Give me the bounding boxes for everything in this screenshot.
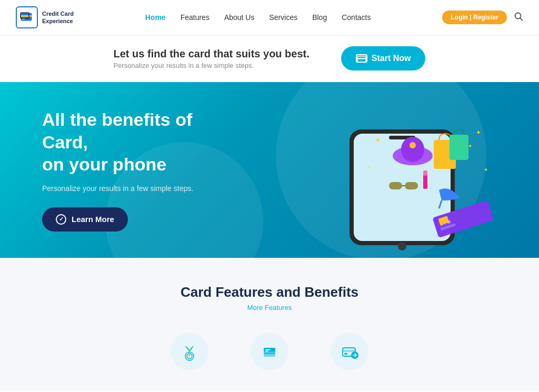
- phone-illustration: ATM ✦ ✦ ✦ + ✦: [286, 87, 507, 250]
- hero-strip-text: Let us find the card that suits you best…: [114, 48, 310, 69]
- hero-strip-headline: Let us find the card that suits you best…: [114, 48, 310, 60]
- svg-text:+: +: [368, 164, 371, 170]
- logo: Credit Card Experience: [16, 6, 74, 28]
- nav-item-blog[interactable]: Blog: [312, 13, 327, 22]
- card-arrow-icon: [340, 341, 360, 361]
- learn-more-button[interactable]: ✓ Learn More: [42, 207, 128, 232]
- hero-strip-subtext: Personalize your results in a few simple…: [114, 62, 310, 69]
- svg-text:✦: ✦: [476, 129, 481, 136]
- start-now-button[interactable]: Start Now: [341, 46, 426, 71]
- svg-text:✦: ✦: [468, 143, 472, 149]
- svg-rect-1: [21, 15, 32, 17]
- card-icon: [356, 54, 367, 63]
- svg-rect-43: [344, 353, 347, 355]
- stack-icon: [259, 341, 280, 361]
- svg-point-11: [398, 242, 406, 250]
- logo-icon: [16, 6, 38, 28]
- svg-point-13: [401, 137, 424, 162]
- svg-rect-21: [423, 170, 427, 176]
- feature-item-2: [251, 333, 288, 370]
- features-icons-row: $: [32, 333, 507, 370]
- hero-content: All the benefits of Card, on your phone …: [0, 82, 253, 258]
- login-register-button[interactable]: Login | Register: [442, 11, 507, 24]
- nav-item-services[interactable]: Services: [269, 13, 297, 22]
- hero-banner: All the benefits of Card, on your phone …: [0, 82, 539, 258]
- hero-headline: All the benefits of Card, on your phone: [42, 108, 211, 176]
- features-title: Card Features and Benefits: [32, 284, 507, 300]
- start-now-label: Start Now: [372, 54, 411, 63]
- nav-item-home[interactable]: Home: [145, 13, 166, 22]
- svg-line-5: [520, 18, 523, 21]
- main-nav: Home Features About Us Services Blog Con…: [145, 13, 371, 22]
- check-icon: ✓: [56, 214, 66, 225]
- nav-item-contacts[interactable]: Contacts: [342, 13, 371, 22]
- feature-item-3: [331, 333, 368, 370]
- features-subtitle[interactable]: More Features: [32, 304, 507, 311]
- header: Credit Card Experience Home Features Abo…: [0, 0, 539, 35]
- learn-more-label: Learn More: [72, 215, 114, 224]
- nav-item-features[interactable]: Features: [181, 13, 209, 22]
- svg-rect-17: [389, 182, 402, 189]
- phone-svg: ATM ✦ ✦ ✦ + ✦: [286, 87, 507, 250]
- svg-text:✦: ✦: [484, 167, 488, 173]
- svg-rect-20: [423, 174, 427, 189]
- nav-right: Login | Register: [442, 11, 523, 24]
- feature-icon-circle-1: $: [171, 333, 208, 370]
- hero-description: Personalize your results in a few simple…: [42, 184, 200, 193]
- logo-card-icon: [20, 11, 34, 24]
- svg-rect-16: [450, 135, 468, 160]
- svg-text:✦: ✦: [375, 136, 381, 144]
- feature-icon-circle-2: [251, 333, 288, 370]
- svg-rect-18: [405, 182, 418, 189]
- svg-rect-42: [343, 350, 355, 352]
- feature-icon-circle-3: [331, 333, 368, 370]
- hero-strip: Let us find the card that suits you best…: [0, 35, 539, 82]
- search-icon[interactable]: [514, 12, 523, 23]
- logo-text: Credit Card Experience: [42, 10, 74, 25]
- plant-coin-icon: $: [179, 341, 199, 361]
- nav-item-about[interactable]: About Us: [224, 13, 255, 22]
- svg-point-14: [410, 142, 416, 148]
- feature-item-1: $: [171, 333, 208, 370]
- svg-rect-7: [357, 58, 366, 59]
- features-section: Card Features and Benefits More Features…: [0, 258, 539, 391]
